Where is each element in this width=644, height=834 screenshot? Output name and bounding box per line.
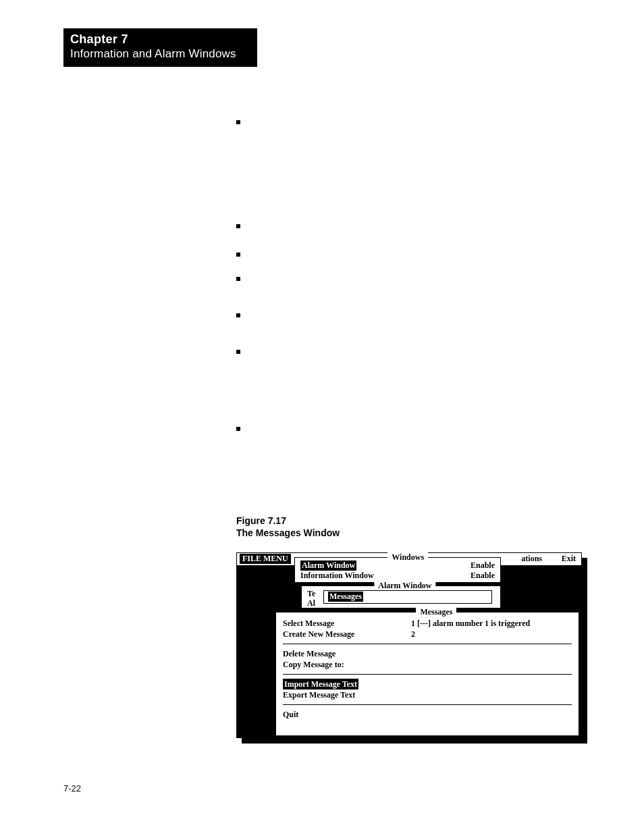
bullet-item (236, 423, 587, 431)
menu-item-fragment[interactable]: ations (521, 554, 542, 564)
figure-title: The Messages Window (236, 527, 340, 539)
bullet-icon (236, 253, 240, 257)
divider (283, 704, 572, 705)
chapter-title: Information and Alarm Windows (70, 47, 250, 61)
bullet-icon (236, 350, 240, 354)
file-menu[interactable]: FILE MENU (240, 554, 291, 564)
message-list-row[interactable]: 1 [---] alarm number 1 is triggered (411, 618, 572, 629)
bullet-icon (236, 427, 240, 431)
copy-message-option[interactable]: Copy Message to: (283, 659, 572, 670)
menu-item-exit[interactable]: Exit (562, 554, 576, 564)
export-message-text-option[interactable]: Export Message Text (283, 689, 572, 700)
alarm-window-value: Enable (471, 561, 495, 571)
bullet-icon (236, 277, 240, 281)
message-list-row[interactable]: 2 (411, 629, 572, 640)
chapter-number: Chapter 7 (70, 32, 250, 47)
bullet-icon (236, 120, 240, 124)
divider (283, 674, 572, 675)
bullet-item (236, 346, 587, 354)
figure-caption: Figure 7.17 The Messages Window (236, 515, 340, 539)
truncated-label-te: Te (307, 589, 315, 599)
bullet-item (236, 249, 587, 257)
panel-title: Alarm Window (374, 581, 435, 591)
bullet-icon (236, 313, 240, 317)
information-window-option[interactable]: Information Window (300, 571, 374, 581)
divider (283, 644, 572, 644)
create-new-message-option[interactable]: Create New Message (283, 629, 398, 640)
bullet-item (236, 220, 587, 228)
body-text-area (236, 116, 587, 435)
messages-option[interactable]: Messages (328, 592, 363, 602)
chapter-header: Chapter 7 Information and Alarm Windows (63, 28, 257, 67)
messages-submenu: Messages (323, 590, 492, 604)
information-window-value: Enable (471, 571, 495, 581)
bullet-icon (236, 224, 240, 228)
windows-row[interactable]: Information Window Enable (295, 571, 500, 581)
bullet-item (236, 309, 587, 317)
messages-panel: Messages Select Message Create New Messa… (275, 611, 580, 737)
page-number: 7-22 (63, 783, 81, 793)
bullet-item (236, 273, 587, 281)
import-message-text-option[interactable]: Import Message Text (283, 679, 358, 689)
windows-panel: Windows Alarm Window Enable Information … (294, 557, 501, 583)
figure-number: Figure 7.17 (236, 515, 340, 527)
screenshot-figure: FILE MENU ations Exit Windows Alarm Wind… (236, 552, 587, 738)
bullet-item (236, 116, 587, 124)
truncated-label-al: Al (307, 598, 315, 608)
panel-title: Windows (387, 552, 428, 563)
delete-message-option[interactable]: Delete Message (283, 648, 572, 659)
panel-title: Messages (416, 607, 456, 617)
quit-option[interactable]: Quit (283, 709, 572, 720)
alarm-window-panel: Alarm Window Te Al Messages (301, 585, 501, 608)
select-message-option[interactable]: Select Message (283, 618, 398, 629)
alarm-window-option[interactable]: Alarm Window (300, 561, 356, 571)
